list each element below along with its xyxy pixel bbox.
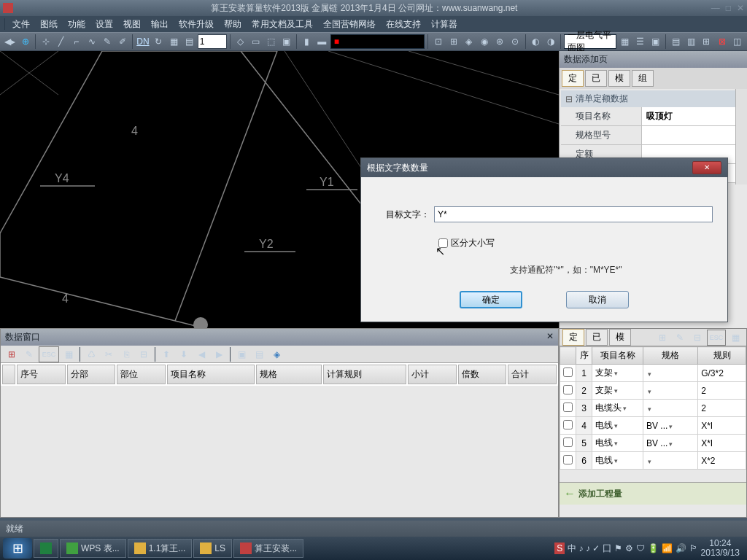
- dw-col-8[interactable]: 合计: [508, 365, 557, 384]
- dw-btn1[interactable]: ⊞: [4, 346, 20, 362]
- row-check[interactable]: [563, 368, 573, 377]
- tool-shape2[interactable]: ▭: [249, 34, 263, 50]
- tool-opt2[interactable]: ▤: [182, 34, 196, 50]
- tool-line1[interactable]: ╱: [54, 34, 68, 50]
- tool-misc4[interactable]: ◉: [477, 34, 491, 50]
- tool-pan[interactable]: ⊹: [39, 34, 53, 50]
- tool-r8[interactable]: ◫: [730, 34, 744, 50]
- tool-refresh[interactable]: ↻: [152, 34, 166, 50]
- dw-btn14[interactable]: ◈: [268, 346, 285, 362]
- tool-misc6[interactable]: ⊙: [508, 34, 522, 50]
- tool-line2[interactable]: ⌐: [69, 34, 83, 50]
- tool-color2[interactable]: ▬: [315, 34, 329, 50]
- prop-tab-2[interactable]: 模: [608, 70, 630, 87]
- color-combo[interactable]: ■: [330, 34, 425, 49]
- tool-color1[interactable]: ▮: [300, 34, 314, 50]
- menu-calc[interactable]: 计算器: [427, 17, 462, 32]
- dw-btn9[interactable]: ⬇: [176, 346, 192, 362]
- rb-col-chk[interactable]: [560, 347, 576, 365]
- layer-dropdown[interactable]: 一层电气平面图: [564, 34, 616, 49]
- tool-misc1[interactable]: ⊡: [431, 34, 445, 50]
- tray-icon[interactable]: ⚙: [625, 543, 633, 553]
- task-wps[interactable]: WPS 表...: [60, 539, 126, 558]
- tool-opt1[interactable]: ▦: [167, 34, 181, 50]
- rb-tab-0[interactable]: 定: [562, 329, 584, 346]
- tool-r2[interactable]: ☰: [633, 34, 647, 50]
- rb-btn3[interactable]: ⊟: [689, 330, 705, 346]
- dw-col-5[interactable]: 计算规则: [323, 365, 406, 384]
- menu-function[interactable]: 功能: [63, 17, 90, 32]
- dw-col-7[interactable]: 倍数: [458, 365, 507, 384]
- dw-btn4[interactable]: ♺: [83, 346, 99, 362]
- rb-col-3[interactable]: 规则: [698, 347, 746, 365]
- dw-btn6[interactable]: ⎘: [118, 346, 134, 362]
- tool-misc8[interactable]: ◑: [543, 34, 557, 50]
- rb-col-1[interactable]: 项目名称: [592, 347, 643, 365]
- rb-btn2[interactable]: ✎: [672, 330, 688, 346]
- tray-icon[interactable]: 📶: [662, 543, 673, 553]
- tray-icon[interactable]: 🔋: [648, 543, 659, 553]
- dw-btn11[interactable]: ▶: [211, 346, 227, 362]
- dw-btn12[interactable]: ▣: [233, 346, 249, 362]
- system-tray[interactable]: S 中 ♪ ♪ ✓ 囗 ⚑ ⚙ 🛡 🔋 📶 🔊 🏳 10:24 2013/9/1…: [550, 539, 744, 558]
- start-button[interactable]: ⊞: [3, 538, 32, 559]
- dialog-close-button[interactable]: ✕: [692, 161, 721, 174]
- menu-file[interactable]: 文件: [8, 17, 34, 32]
- cancel-button[interactable]: 取消: [566, 291, 629, 308]
- prop-tab-3[interactable]: 组: [632, 70, 654, 87]
- menu-upgrade[interactable]: 软件升级: [174, 17, 218, 32]
- prop-tab-1[interactable]: 已: [585, 70, 607, 87]
- tray-icon[interactable]: 🛡: [636, 543, 645, 553]
- dw-btn3[interactable]: ▦: [61, 346, 77, 362]
- prop-scrollbar[interactable]: [735, 89, 747, 184]
- prop-tab-0[interactable]: 定: [562, 70, 584, 87]
- tray-icon[interactable]: 🏳: [689, 543, 698, 553]
- task-folder2[interactable]: LS: [193, 539, 232, 558]
- dw-btn7[interactable]: ⊟: [136, 346, 152, 362]
- dw-btn13[interactable]: ▤: [251, 346, 267, 362]
- minimize-button[interactable]: —: [711, 3, 720, 13]
- prop-val-0[interactable]: 吸顶灯: [641, 107, 746, 125]
- data-window-close[interactable]: ✕: [546, 331, 554, 343]
- tool-target[interactable]: ⊕: [18, 34, 32, 50]
- tool-r6[interactable]: ⊞: [700, 34, 713, 50]
- dw-btn2[interactable]: ✎: [21, 346, 37, 362]
- row-check[interactable]: [563, 402, 573, 412]
- menu-network[interactable]: 全国营销网络: [319, 17, 380, 32]
- tool-r7[interactable]: ⊠: [715, 34, 729, 50]
- task-folder1[interactable]: 1.1算王...: [128, 539, 193, 558]
- tool-r3[interactable]: ▣: [649, 34, 662, 50]
- dw-esc[interactable]: ESC: [39, 346, 59, 362]
- dw-col-3[interactable]: 项目名称: [167, 365, 255, 384]
- rb-col-0[interactable]: 序: [576, 347, 592, 365]
- menu-support[interactable]: 在线支持: [382, 17, 425, 32]
- menu-view[interactable]: 视图: [119, 17, 145, 32]
- taskbar-clock[interactable]: 10:24 2013/9/13: [701, 539, 740, 558]
- rb-btn4[interactable]: ▦: [727, 330, 743, 346]
- menu-docs[interactable]: 常用文档及工具: [247, 17, 317, 32]
- row-check[interactable]: [563, 455, 573, 464]
- tool-misc7[interactable]: ◐: [528, 34, 542, 50]
- tool-sel1[interactable]: ⬚: [264, 34, 278, 50]
- tree-header[interactable]: 清单定额数据: [561, 90, 746, 107]
- menu-help[interactable]: 帮助: [220, 17, 246, 32]
- tool-misc3[interactable]: ◈: [462, 34, 476, 50]
- ok-button[interactable]: 确定: [460, 291, 522, 308]
- row-check[interactable]: [563, 385, 573, 394]
- tray-icon[interactable]: 🔊: [676, 543, 686, 553]
- menu-settings[interactable]: 设置: [91, 17, 117, 32]
- dw-btn10[interactable]: ◀: [193, 346, 209, 362]
- tool-line3[interactable]: ∿: [85, 34, 98, 50]
- row-check[interactable]: [563, 438, 573, 447]
- task-pinned-1[interactable]: [34, 539, 58, 558]
- rb-btn1[interactable]: ⊞: [654, 330, 670, 346]
- menu-drawing[interactable]: 图纸: [36, 17, 62, 32]
- rb-tab-1[interactable]: 已: [586, 329, 608, 346]
- tool-shape1[interactable]: ◇: [233, 34, 247, 50]
- tool-number-input[interactable]: [198, 34, 227, 49]
- dw-col-chk[interactable]: [2, 365, 15, 384]
- add-engineering-button[interactable]: 添加工程量: [560, 482, 746, 505]
- rb-tab-2[interactable]: 模: [609, 329, 631, 346]
- dw-col-1[interactable]: 分部: [67, 365, 116, 384]
- close-button[interactable]: ✕: [737, 3, 744, 13]
